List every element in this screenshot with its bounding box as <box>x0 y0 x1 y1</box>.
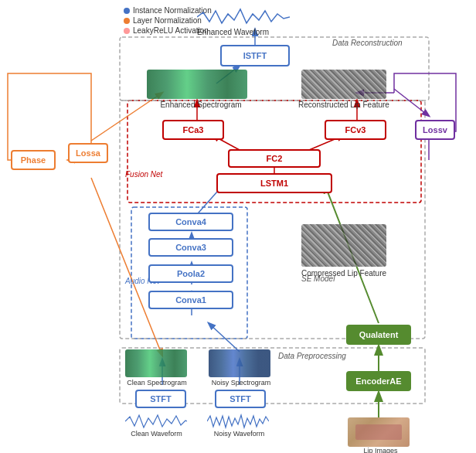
data-preprocessing-label: Data Preprocessing <box>278 352 346 360</box>
noisy-spectrogram-label: Noisy Spectrogram <box>207 379 275 387</box>
phase-box: Phase <box>11 150 56 170</box>
stft2-box: STFT <box>215 390 266 408</box>
clean-spectrogram-visual <box>125 349 187 377</box>
fc-v3-box: FCv3 <box>325 120 386 140</box>
clean-spectrogram-label: Clean Spectrogram <box>122 379 192 387</box>
svg-line-7 <box>209 323 240 352</box>
fc2-box: FC2 <box>228 149 321 168</box>
clean-waveform-label: Clean Waveform <box>120 430 193 438</box>
noisy-waveform-label: Noisy Waveform <box>202 430 276 438</box>
lstm1-box: LSTM1 <box>216 173 332 193</box>
legend-dot-orange <box>124 18 130 24</box>
stft1-box: STFT <box>135 390 186 408</box>
lip-images-visual <box>348 417 410 447</box>
fusion-net-label: Fusion Net <box>125 170 162 179</box>
conv-a3-box: Conva3 <box>148 238 233 257</box>
loss-a-box: Lossa <box>68 143 108 163</box>
loss-v-box: Lossv <box>415 120 455 140</box>
data-reconstruction-label: Data Reconstruction <box>332 39 403 47</box>
istft-box: ISTFT <box>220 45 290 66</box>
svg-line-26 <box>394 89 429 116</box>
legend-dot-blue <box>124 8 130 14</box>
enhanced-waveform-label: Enhanced Waveform <box>197 28 269 36</box>
fc-a3-box: FCa3 <box>162 120 224 140</box>
legend-label-layer: Layer Normalization <box>133 16 202 25</box>
conv-a4-box: Conva4 <box>148 213 233 231</box>
conv-a1-box: Conva1 <box>148 291 233 309</box>
enhanced-spectrogram-label: Enhanced Spectrogram <box>151 100 251 109</box>
compressed-lip-label: Compressed Lip Feature <box>298 269 390 278</box>
qualatent-box: Qualatent <box>346 325 411 345</box>
reconstructed-lip-label: Reconstructed Lip Feature <box>298 100 390 109</box>
clean-waveform-visual <box>125 413 187 430</box>
enhanced-waveform-visual <box>193 6 294 28</box>
diagram: Instance Normalization Layer Normalizati… <box>0 0 476 453</box>
reconstructed-lip-visual <box>301 70 386 99</box>
noisy-waveform-visual <box>207 413 269 430</box>
enhanced-spectrogram-visual <box>147 70 247 99</box>
lip-images-label: Lip Images <box>348 447 413 453</box>
compressed-lip-visual <box>301 224 386 267</box>
encoder-ae-box: EncoderAE <box>346 371 411 391</box>
legend-dot-pink <box>124 28 130 34</box>
pool-a2-box: Poola2 <box>148 264 233 283</box>
noisy-spectrogram-visual <box>209 349 270 377</box>
